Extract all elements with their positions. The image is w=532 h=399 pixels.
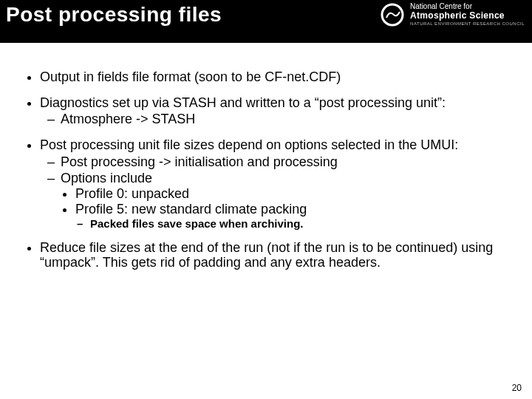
sub2-bullet-item: Profile 5: new standard climate packing … [75, 202, 507, 230]
logo-text: National Centre for Atmospheric Science … [410, 3, 525, 26]
bullet-item: Diagnostics set up via STASH and written… [40, 95, 507, 127]
header-bar: Post processing files National Centre fo… [0, 0, 532, 43]
content-body: Output in fields file format (soon to be… [0, 43, 532, 270]
bullet-item: Post processing unit file sizes depend o… [40, 137, 507, 230]
logo: National Centre for Atmospheric Science … [381, 3, 525, 27]
bullet-text: Post processing unit file sizes depend o… [40, 137, 458, 152]
svg-point-0 [382, 4, 403, 25]
bullet-text: Reduce file sizes at the end of the run … [40, 240, 493, 270]
sub2-bullet-item: Profile 0: unpacked [75, 186, 507, 202]
bullet-text: Profile 0: unpacked [75, 186, 189, 201]
bullet-item: Output in fields file format (soon to be… [40, 69, 507, 85]
sub-bullet-item: Post processing -> initialisation and pr… [61, 154, 507, 170]
sub-bullet-item: Atmosphere -> STASH [61, 112, 507, 127]
logo-line2: Atmospheric Science [410, 11, 525, 21]
slide: Post processing files National Centre fo… [0, 0, 532, 399]
slide-title: Post processing files [6, 3, 222, 27]
bullet-text: Post processing -> initialisation and pr… [61, 154, 338, 169]
page-number: 20 [512, 383, 522, 393]
bullet-text: Packed files save space when archiving. [90, 217, 303, 230]
bullet-item: Reduce file sizes at the end of the run … [40, 240, 507, 270]
logo-line3: NATURAL ENVIRONMENT RESEARCH COUNCIL [410, 21, 525, 26]
bullet-text: Output in fields file format (soon to be… [40, 69, 341, 84]
sub-bullet-item: Options include Profile 0: unpacked Prof… [61, 171, 507, 229]
logo-icon [381, 3, 404, 27]
bullet-text: Diagnostics set up via STASH and written… [40, 95, 446, 110]
bullet-text: Options include [61, 171, 152, 185]
sub3-bullet-item: Packed files save space when archiving. [90, 217, 507, 230]
bullet-text: Profile 5: new standard climate packing [75, 202, 307, 216]
bullet-text: Atmosphere -> STASH [61, 112, 195, 126]
